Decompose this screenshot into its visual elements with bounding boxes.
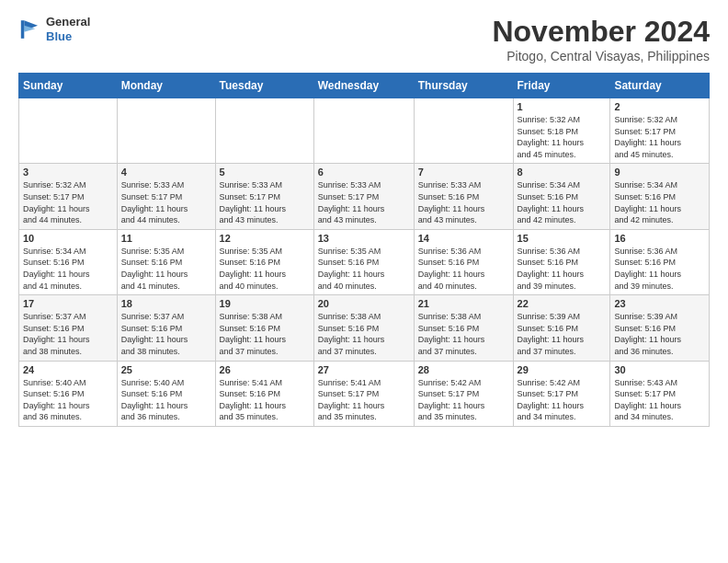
day-number: 16 bbox=[614, 233, 705, 244]
title-block: November 2024 Pitogo, Central Visayas, P… bbox=[492, 15, 710, 63]
calendar-cell bbox=[215, 98, 313, 164]
day-info: Sunrise: 5:36 AM Sunset: 5:16 PM Dayligh… bbox=[518, 246, 607, 292]
day-number: 13 bbox=[318, 233, 410, 244]
day-number: 27 bbox=[318, 364, 410, 375]
day-info: Sunrise: 5:34 AM Sunset: 5:16 PM Dayligh… bbox=[518, 179, 607, 225]
calendar-cell: 4Sunrise: 5:33 AM Sunset: 5:17 PM Daylig… bbox=[117, 164, 215, 229]
calendar-row-3: 17Sunrise: 5:37 AM Sunset: 5:16 PM Dayli… bbox=[19, 295, 710, 361]
calendar-weekday-tuesday: Tuesday bbox=[215, 74, 313, 98]
calendar-cell: 30Sunrise: 5:43 AM Sunset: 5:17 PM Dayli… bbox=[610, 361, 710, 426]
calendar-cell: 13Sunrise: 5:35 AM Sunset: 5:16 PM Dayli… bbox=[313, 229, 414, 294]
day-number: 28 bbox=[418, 364, 509, 375]
calendar-cell: 2Sunrise: 5:32 AM Sunset: 5:17 PM Daylig… bbox=[610, 98, 710, 164]
month-title: November 2024 bbox=[492, 15, 710, 49]
day-info: Sunrise: 5:43 AM Sunset: 5:17 PM Dayligh… bbox=[614, 377, 705, 423]
day-info: Sunrise: 5:33 AM Sunset: 5:17 PM Dayligh… bbox=[121, 179, 211, 225]
day-info: Sunrise: 5:38 AM Sunset: 5:16 PM Dayligh… bbox=[220, 311, 310, 357]
calendar-cell: 8Sunrise: 5:34 AM Sunset: 5:16 PM Daylig… bbox=[513, 164, 610, 229]
calendar-cell: 5Sunrise: 5:33 AM Sunset: 5:17 PM Daylig… bbox=[215, 164, 313, 229]
calendar-cell: 26Sunrise: 5:41 AM Sunset: 5:16 PM Dayli… bbox=[215, 361, 313, 426]
day-number: 4 bbox=[121, 167, 211, 178]
day-number: 12 bbox=[220, 233, 310, 244]
day-info: Sunrise: 5:38 AM Sunset: 5:16 PM Dayligh… bbox=[418, 311, 509, 357]
day-info: Sunrise: 5:33 AM Sunset: 5:16 PM Dayligh… bbox=[418, 179, 509, 225]
day-info: Sunrise: 5:39 AM Sunset: 5:16 PM Dayligh… bbox=[518, 311, 607, 357]
day-info: Sunrise: 5:38 AM Sunset: 5:16 PM Dayligh… bbox=[318, 311, 410, 357]
day-number: 30 bbox=[614, 364, 705, 375]
day-number: 23 bbox=[614, 298, 705, 309]
day-number: 17 bbox=[23, 298, 113, 309]
logo-icon bbox=[18, 17, 44, 42]
day-info: Sunrise: 5:35 AM Sunset: 5:16 PM Dayligh… bbox=[220, 246, 310, 292]
calendar-weekday-thursday: Thursday bbox=[414, 74, 513, 98]
day-number: 29 bbox=[518, 364, 607, 375]
day-number: 26 bbox=[220, 364, 310, 375]
calendar-cell bbox=[414, 98, 513, 164]
day-number: 11 bbox=[121, 233, 211, 244]
day-info: Sunrise: 5:36 AM Sunset: 5:16 PM Dayligh… bbox=[614, 246, 705, 292]
page: General Blue November 2024 Pitogo, Centr… bbox=[0, 0, 728, 442]
calendar-cell: 23Sunrise: 5:39 AM Sunset: 5:16 PM Dayli… bbox=[610, 295, 710, 361]
calendar-cell: 12Sunrise: 5:35 AM Sunset: 5:16 PM Dayli… bbox=[215, 229, 313, 294]
day-number: 19 bbox=[220, 298, 310, 309]
header: General Blue November 2024 Pitogo, Centr… bbox=[18, 15, 710, 63]
calendar-weekday-friday: Friday bbox=[513, 74, 610, 98]
calendar-cell: 11Sunrise: 5:35 AM Sunset: 5:16 PM Dayli… bbox=[117, 229, 215, 294]
day-info: Sunrise: 5:39 AM Sunset: 5:16 PM Dayligh… bbox=[614, 311, 705, 357]
calendar-row-0: 1Sunrise: 5:32 AM Sunset: 5:18 PM Daylig… bbox=[19, 98, 710, 164]
day-info: Sunrise: 5:40 AM Sunset: 5:16 PM Dayligh… bbox=[121, 377, 211, 423]
calendar-table: SundayMondayTuesdayWednesdayThursdayFrid… bbox=[18, 73, 710, 427]
calendar-cell: 20Sunrise: 5:38 AM Sunset: 5:16 PM Dayli… bbox=[313, 295, 414, 361]
day-number: 22 bbox=[518, 298, 607, 309]
day-number: 15 bbox=[518, 233, 607, 244]
day-number: 2 bbox=[614, 101, 705, 112]
day-number: 25 bbox=[121, 364, 211, 375]
day-info: Sunrise: 5:33 AM Sunset: 5:17 PM Dayligh… bbox=[318, 179, 410, 225]
calendar-cell: 17Sunrise: 5:37 AM Sunset: 5:16 PM Dayli… bbox=[19, 295, 118, 361]
logo-general: General bbox=[46, 15, 90, 29]
day-info: Sunrise: 5:40 AM Sunset: 5:16 PM Dayligh… bbox=[23, 377, 113, 423]
calendar-cell: 21Sunrise: 5:38 AM Sunset: 5:16 PM Dayli… bbox=[414, 295, 513, 361]
calendar-cell bbox=[19, 98, 118, 164]
day-info: Sunrise: 5:32 AM Sunset: 5:17 PM Dayligh… bbox=[614, 114, 705, 160]
day-number: 3 bbox=[23, 167, 113, 178]
logo: General Blue bbox=[18, 15, 90, 43]
calendar-cell: 18Sunrise: 5:37 AM Sunset: 5:16 PM Dayli… bbox=[117, 295, 215, 361]
day-number: 21 bbox=[418, 298, 509, 309]
calendar-cell: 7Sunrise: 5:33 AM Sunset: 5:16 PM Daylig… bbox=[414, 164, 513, 229]
calendar-header-row: SundayMondayTuesdayWednesdayThursdayFrid… bbox=[19, 74, 710, 98]
day-number: 24 bbox=[23, 364, 113, 375]
calendar-cell: 19Sunrise: 5:38 AM Sunset: 5:16 PM Dayli… bbox=[215, 295, 313, 361]
calendar-cell: 14Sunrise: 5:36 AM Sunset: 5:16 PM Dayli… bbox=[414, 229, 513, 294]
day-number: 20 bbox=[318, 298, 410, 309]
svg-rect-0 bbox=[21, 20, 25, 39]
day-number: 6 bbox=[318, 167, 410, 178]
day-info: Sunrise: 5:34 AM Sunset: 5:16 PM Dayligh… bbox=[614, 179, 705, 225]
logo-blue: Blue bbox=[46, 29, 90, 44]
day-number: 7 bbox=[418, 167, 509, 178]
logo-text: General Blue bbox=[46, 15, 90, 43]
day-info: Sunrise: 5:37 AM Sunset: 5:16 PM Dayligh… bbox=[121, 311, 211, 357]
calendar-cell: 27Sunrise: 5:41 AM Sunset: 5:17 PM Dayli… bbox=[313, 361, 414, 426]
calendar-cell: 29Sunrise: 5:42 AM Sunset: 5:17 PM Dayli… bbox=[513, 361, 610, 426]
day-info: Sunrise: 5:33 AM Sunset: 5:17 PM Dayligh… bbox=[220, 179, 310, 225]
calendar-weekday-monday: Monday bbox=[117, 74, 215, 98]
day-info: Sunrise: 5:41 AM Sunset: 5:17 PM Dayligh… bbox=[318, 377, 410, 423]
calendar-row-2: 10Sunrise: 5:34 AM Sunset: 5:16 PM Dayli… bbox=[19, 229, 710, 294]
calendar-cell: 16Sunrise: 5:36 AM Sunset: 5:16 PM Dayli… bbox=[610, 229, 710, 294]
calendar-cell bbox=[313, 98, 414, 164]
calendar-cell: 1Sunrise: 5:32 AM Sunset: 5:18 PM Daylig… bbox=[513, 98, 610, 164]
calendar-weekday-wednesday: Wednesday bbox=[313, 74, 414, 98]
calendar-cell: 15Sunrise: 5:36 AM Sunset: 5:16 PM Dayli… bbox=[513, 229, 610, 294]
calendar-cell: 25Sunrise: 5:40 AM Sunset: 5:16 PM Dayli… bbox=[117, 361, 215, 426]
day-number: 1 bbox=[518, 101, 607, 112]
day-info: Sunrise: 5:32 AM Sunset: 5:18 PM Dayligh… bbox=[518, 114, 607, 160]
calendar-cell: 9Sunrise: 5:34 AM Sunset: 5:16 PM Daylig… bbox=[610, 164, 710, 229]
calendar-row-4: 24Sunrise: 5:40 AM Sunset: 5:16 PM Dayli… bbox=[19, 361, 710, 426]
calendar-cell: 22Sunrise: 5:39 AM Sunset: 5:16 PM Dayli… bbox=[513, 295, 610, 361]
day-info: Sunrise: 5:42 AM Sunset: 5:17 PM Dayligh… bbox=[418, 377, 509, 423]
day-info: Sunrise: 5:42 AM Sunset: 5:17 PM Dayligh… bbox=[518, 377, 607, 423]
day-info: Sunrise: 5:36 AM Sunset: 5:16 PM Dayligh… bbox=[418, 246, 509, 292]
calendar-cell: 10Sunrise: 5:34 AM Sunset: 5:16 PM Dayli… bbox=[19, 229, 118, 294]
calendar-weekday-saturday: Saturday bbox=[610, 74, 710, 98]
